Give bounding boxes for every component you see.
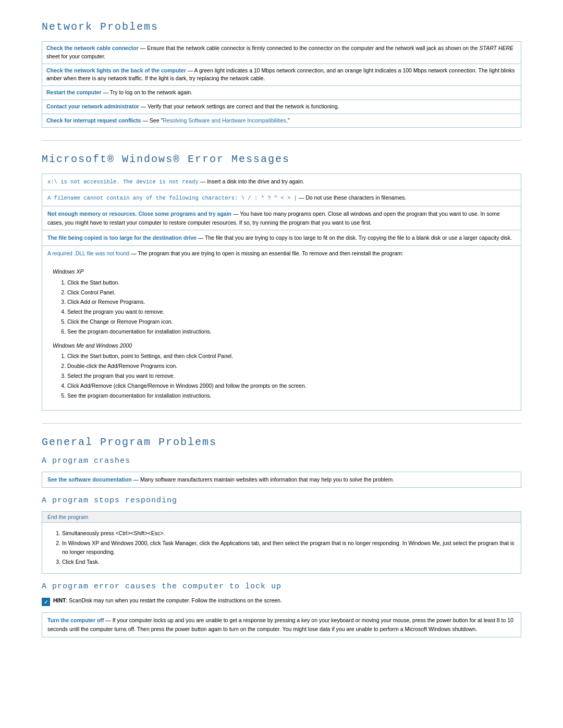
lock-up-box: Turn the computer off — If your computer… [42,612,521,637]
network-row-1: Check the network cable connector — Ensu… [42,42,521,64]
lock-up-text: — If your computer locks up and you are … [47,617,513,632]
program-crashes-box: See the software documentation — Many so… [42,472,521,488]
we-row-2-label: A filename cannot contain any of the fol… [47,195,297,201]
end-program-header: End the program [42,512,521,523]
xp-step-4: Select the program you want to remove. [67,307,510,316]
we-row-3-label: Not enough memory or resources. Close so… [47,211,231,217]
program-crashes-label: See the software documentation [47,476,132,483]
end-step-1: Simultaneously press <Ctrl><Shift><Esc>. [62,529,516,538]
me-step-4: Click Add/Remove (click Change/Remove in… [67,381,510,390]
we-row-4: The file being copied is too large for t… [42,230,521,246]
incompatibilities-link[interactable]: Resolving Software and Hardware Incompat… [163,117,286,124]
windows-xp-label: Windows XP [53,267,510,276]
divider-2 [42,423,521,424]
windows-me-steps: Click the Start button, point to Setting… [67,352,510,400]
windows-me-label: Windows Me and Windows 2000 [53,341,510,350]
hint-box: ✓ HINT: ScanDisk may run when you restar… [42,597,521,606]
program-crashes-subtitle: A program crashes [42,456,521,465]
network-row-1-label: Check the network cable connector [46,45,139,51]
end-program-steps: Simultaneously press <Ctrl><Shift><Esc>.… [62,529,516,566]
hint-content: : ScanDisk may run when you restart the … [66,597,282,603]
we-row-5-label: A required .DLL file was not found [47,250,129,256]
network-problems-box: Check the network cable connector — Ensu… [42,41,521,128]
we-row-1-text: — Insert a disk into the drive and try a… [200,178,304,184]
general-problems-section: General Program Problems A program crash… [42,436,521,637]
hint-text: HINT: ScanDisk may run when you restart … [53,597,282,603]
xp-step-5: Click the Change or Remove Program icon. [67,317,510,326]
me-step-2: Double-click the Add/Remove Programs ico… [67,362,510,371]
we-row-1: x:\ is not accessible. The device is not… [42,174,521,190]
xp-step-1: Click the Start button. [67,278,510,287]
we-row-5: A required .DLL file was not found — The… [42,246,521,410]
end-program-box: End the program Simultaneously press <Ct… [42,511,521,574]
network-problems-title: Network Problems [42,21,521,33]
network-problems-section: Network Problems Check the network cable… [42,21,521,128]
we-row-3: Not enough memory or resources. Close so… [42,206,521,231]
lock-up-label: Turn the computer off [47,617,104,623]
we-row-4-label: The file being copied is too large for t… [47,235,197,241]
hint-icon: ✓ [42,598,50,606]
network-row-2-label: Check the network lights on the back of … [46,67,186,73]
network-row-5: Check for interrupt request conflicts — … [42,114,521,128]
end-program-content: Simultaneously press <Ctrl><Shift><Esc>.… [42,523,521,573]
we-row-2: A filename cannot contain any of the fol… [42,190,521,206]
xp-step-6: See the program documentation for instal… [67,327,510,336]
windows-errors-box: x:\ is not accessible. The device is not… [42,174,521,411]
network-row-4: Contact your network administrator — Ver… [42,100,521,114]
we-row-5-text: — The program that you are trying to ope… [131,250,403,256]
network-row-3-text: — Try to log on to the network again. [103,89,193,95]
windows-errors-title: Microsoft® Windows® Error Messages [42,153,521,165]
network-row-2: Check the network lights on the back of … [42,64,521,87]
dll-instructions: Windows XP Click the Start button. Click… [47,258,516,407]
end-step-2: In Windows XP and Windows 2000, click Ta… [62,539,516,557]
end-step-3: Click End Task. [62,558,516,566]
me-step-3: Select the program that you want to remo… [67,372,510,380]
windows-xp-steps: Click the Start button. Click Control Pa… [67,278,510,336]
me-step-1: Click the Start button, point to Setting… [67,352,510,361]
me-step-5: See the program documentation for instal… [67,391,510,400]
program-stops-subtitle: A program stops responding [42,496,521,505]
divider-1 [42,140,521,141]
we-row-2-text: — Do not use these characters in filenam… [299,194,407,201]
program-lock-up-subtitle: A program error causes the computer to l… [42,582,521,591]
windows-errors-section: Microsoft® Windows® Error Messages x:\ i… [42,153,521,411]
we-row-1-label: x:\ is not accessible. The device is not… [47,179,199,185]
xp-step-3: Click Add or Remove Programs. [67,298,510,306]
network-row-5-text: — See "Resolving Software and Hardware I… [142,117,289,124]
network-row-4-label: Contact your network administrator [46,103,139,109]
we-row-4-text: — The file that you are trying to copy i… [198,235,512,241]
general-problems-title: General Program Problems [42,436,521,448]
hint-label: HINT [53,597,66,603]
network-row-4-text: — Verify that your network settings are … [141,103,339,109]
program-crashes-text: — Many software manufacturers maintain w… [133,476,395,483]
network-row-5-label: Check for interrupt request conflicts [46,117,141,124]
xp-step-2: Click Control Panel. [67,288,510,297]
network-row-3-label: Restart the computer [46,89,102,95]
network-row-3: Restart the computer — Try to log on to … [42,86,521,100]
